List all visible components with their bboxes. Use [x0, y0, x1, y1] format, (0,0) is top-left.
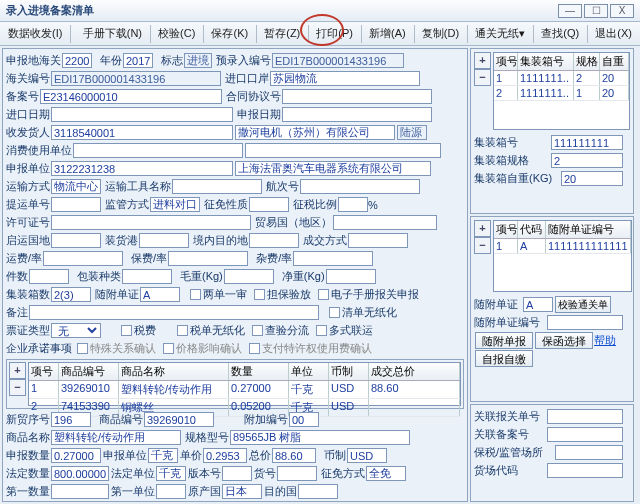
in-jzxz[interactable] — [561, 171, 623, 186]
in-yf[interactable] — [43, 251, 123, 266]
in-bbh[interactable] — [222, 466, 252, 481]
in-gld[interactable] — [547, 409, 623, 424]
in-qyg[interactable] — [51, 233, 101, 248]
table-row[interactable]: 1A1111111111111 — [494, 239, 631, 254]
link-help[interactable]: 帮助 — [594, 333, 616, 348]
in-hch[interactable] — [300, 179, 420, 194]
in-jkrq[interactable] — [51, 107, 233, 122]
in-hh2[interactable] — [547, 463, 623, 478]
in-myg[interactable] — [333, 215, 437, 230]
at-add[interactable]: + — [474, 220, 491, 237]
in-sbdw[interactable] — [51, 161, 233, 176]
in-sbrq[interactable] — [282, 107, 432, 122]
in-xmh[interactable] — [51, 412, 91, 427]
in-ysgjmc[interactable] — [172, 179, 262, 194]
in-xfsy2[interactable] — [245, 143, 441, 158]
tb-new[interactable]: 新增(A) — [363, 24, 412, 43]
in-zmfs[interactable] — [366, 466, 406, 481]
min-button[interactable]: — — [558, 4, 582, 18]
in-sbdwv[interactable] — [148, 448, 178, 463]
in-spmc2[interactable] — [51, 430, 181, 445]
max-button[interactable]: ☐ — [584, 4, 608, 18]
ct-add[interactable]: + — [474, 52, 491, 69]
in-zf[interactable] — [293, 251, 373, 266]
in-jgfs[interactable] — [150, 197, 200, 212]
table-row[interactable]: 11111111..220 — [494, 71, 629, 86]
in-nf[interactable] — [123, 53, 153, 68]
in-xkzh[interactable] — [51, 215, 251, 230]
in-zhg[interactable] — [139, 233, 189, 248]
in-jnmdd[interactable] — [249, 233, 299, 248]
in-mz[interactable] — [224, 269, 274, 284]
cb-dsly[interactable] — [316, 325, 327, 336]
tb-data[interactable]: 数据收发(I) — [2, 24, 68, 43]
in-sbsl[interactable] — [51, 448, 101, 463]
cb-lsy[interactable] — [190, 289, 201, 300]
in-ycg[interactable] — [222, 484, 262, 499]
tb-copy[interactable]: 复制(D) — [416, 24, 465, 43]
tb-verify[interactable]: 校验(C) — [152, 24, 201, 43]
in-bs[interactable] — [555, 445, 623, 460]
btn-bldz[interactable]: 保函选择 — [535, 332, 593, 349]
in-sfdz[interactable] — [140, 287, 180, 302]
in-fdsl[interactable] — [51, 466, 109, 481]
in-bz2[interactable] — [29, 305, 319, 320]
table-row[interactable]: 139269010塑料转轮/传动作用0.27000千克USD88.60 — [29, 381, 460, 399]
in-glb[interactable] — [547, 427, 623, 442]
in-jkka[interactable] — [270, 71, 420, 86]
in-sbdhg[interactable] — [62, 53, 92, 68]
goods-add[interactable]: + — [9, 362, 26, 379]
cb-dbfh[interactable] — [254, 289, 265, 300]
in-dysl[interactable] — [51, 484, 109, 499]
tb-tempsave[interactable]: 暂存(Z) — [258, 24, 306, 43]
in-hh[interactable] — [277, 466, 317, 481]
in-sfdzbh[interactable] — [547, 315, 623, 330]
in-tydh[interactable] — [51, 197, 101, 212]
ct-del[interactable]: − — [474, 69, 491, 86]
tb-exit[interactable]: 退出(X) — [589, 24, 638, 43]
in-hthbh[interactable] — [282, 89, 432, 104]
in-bf[interactable] — [168, 251, 248, 266]
cb-zftq[interactable] — [249, 343, 260, 354]
tb-save[interactable]: 保存(K) — [205, 24, 254, 43]
cb-qdwzh[interactable] — [329, 307, 340, 318]
in-shr[interactable] — [51, 125, 233, 140]
in-jj[interactable] — [29, 269, 69, 284]
in-spbh2[interactable] — [144, 412, 214, 427]
cb-tsgx[interactable] — [77, 343, 88, 354]
tb-download[interactable]: 手册下载(N) — [77, 24, 148, 43]
sel-pzlx[interactable]: 无 — [51, 323, 101, 338]
cb-dzsc[interactable] — [318, 289, 329, 300]
in-bzzl[interactable] — [122, 269, 172, 284]
in-jz[interactable] — [326, 269, 376, 284]
cb-sf[interactable] — [121, 325, 132, 336]
in-xfsy[interactable] — [73, 143, 243, 158]
in-dj[interactable] — [203, 448, 247, 463]
in-ggxh[interactable] — [230, 430, 410, 445]
in-zj[interactable] — [272, 448, 316, 463]
in-zmxz[interactable] — [249, 197, 289, 212]
container-grid[interactable]: 项号集装箱号规格自重 11111111..220 21111111..120 — [493, 52, 630, 130]
in-zsbl[interactable] — [338, 197, 368, 212]
btn-xytg[interactable]: 校验通关单 — [555, 296, 611, 313]
close-button[interactable]: X — [610, 4, 634, 18]
in-sfdz2[interactable] — [523, 297, 553, 312]
in-bah[interactable] — [40, 89, 222, 104]
tb-find[interactable]: 查找(Q) — [535, 24, 585, 43]
in-shr2[interactable] — [235, 125, 395, 140]
in-jzxg[interactable] — [551, 153, 623, 168]
cb-dwzh[interactable] — [177, 325, 188, 336]
in-jzxh2[interactable] — [551, 135, 623, 150]
btn-sfdb[interactable]: 随附单报 — [475, 332, 533, 349]
in-bb2[interactable] — [347, 448, 387, 463]
in-cjfs[interactable] — [348, 233, 408, 248]
table-row[interactable]: 21111111..120 — [494, 86, 629, 101]
at-del[interactable]: − — [474, 237, 491, 254]
attach-grid[interactable]: 项号代码随附单证编号 1A1111111111111 — [493, 220, 632, 292]
in-jzxh[interactable] — [51, 287, 91, 302]
tb-paperless[interactable]: 通关无纸▾ — [469, 24, 531, 43]
in-fjbh[interactable] — [289, 412, 319, 427]
btn-zbzq[interactable]: 自报自缴 — [475, 350, 533, 367]
in-sbdw2[interactable] — [235, 161, 431, 176]
cb-jgyx[interactable] — [163, 343, 174, 354]
